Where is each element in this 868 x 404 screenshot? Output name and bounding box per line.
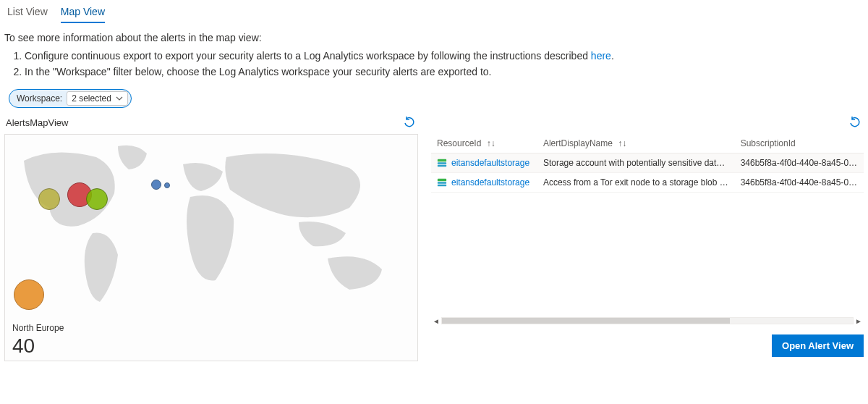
cell-alert-name: Access from a Tor exit node to a storage… <box>537 173 735 193</box>
workspace-filter[interactable]: Workspace: 2 selected <box>9 89 132 108</box>
map-card: North Europe 40 <box>4 134 418 361</box>
cell-subscription: 346b5f8a-4f0d-440e-8a45-0c0b5 <box>735 173 864 193</box>
th-alertdisplayname-label: AlertDisplayName <box>543 138 613 148</box>
view-tabs: List View Map View <box>4 3 864 23</box>
scroll-thumb[interactable] <box>442 318 730 324</box>
map-bubble-orange[interactable] <box>14 279 44 310</box>
instructions-step-1-text: Configure continuous export to export yo… <box>25 50 591 62</box>
instructions-list: Configure continuous export to export yo… <box>4 49 864 79</box>
svg-rect-3 <box>438 179 446 182</box>
workspace-filter-label: Workspace: <box>17 93 62 104</box>
storage-icon <box>437 177 447 188</box>
resource-link[interactable]: eitansdefaultstorage <box>451 158 529 168</box>
th-resourceid[interactable]: ResourceId ↑↓ <box>431 134 537 153</box>
resource-link[interactable]: eitansdefaultstorage <box>451 177 529 188</box>
workspace-filter-selection[interactable]: 2 selected <box>67 91 128 106</box>
table-undo-icon[interactable] <box>849 117 861 128</box>
world-map-svg <box>9 139 412 314</box>
instructions-step-1: Configure continuous export to export yo… <box>25 49 864 64</box>
region-stat: North Europe 40 <box>12 323 64 358</box>
instructions-intro: To see more information about the alerts… <box>4 32 864 43</box>
undo-icon[interactable] <box>404 117 415 128</box>
tab-map-view[interactable]: Map View <box>61 3 105 23</box>
scroll-right-icon[interactable]: ► <box>854 317 864 325</box>
svg-rect-0 <box>438 159 446 162</box>
table-row[interactable]: eitansdefaultstorage Access from a Tor e… <box>431 173 864 193</box>
svg-rect-5 <box>438 185 446 187</box>
table-row[interactable]: eitansdefaultstorage Storage account wit… <box>431 153 864 173</box>
map-panel: AlertsMapView <box>4 115 418 361</box>
open-alert-view-button[interactable]: Open Alert View <box>772 334 864 357</box>
alerts-table: ResourceId ↑↓ AlertDisplayName ↑↓ Subscr… <box>431 134 864 193</box>
svg-rect-2 <box>438 165 446 167</box>
cell-alert-name: Storage account with potentially sensiti… <box>537 153 735 173</box>
world-map[interactable] <box>9 139 412 314</box>
sort-icon: ↑↓ <box>487 138 495 148</box>
scroll-left-icon[interactable]: ◄ <box>431 317 441 325</box>
instructions-step-2: In the "Workspace" filter below, choose … <box>25 65 864 80</box>
cell-subscription: 346b5f8a-4f0d-440e-8a45-0c0b5 <box>735 153 864 173</box>
scroll-track[interactable] <box>441 317 854 324</box>
th-subscriptionid-label: SubscriptionId <box>741 138 796 148</box>
horizontal-scrollbar[interactable]: ◄ ► <box>431 316 864 326</box>
th-alertdisplayname[interactable]: AlertDisplayName ↑↓ <box>537 134 735 153</box>
region-count: 40 <box>12 334 64 358</box>
map-title: AlertsMapView <box>6 117 68 128</box>
svg-rect-4 <box>438 182 446 184</box>
svg-rect-1 <box>438 162 446 164</box>
map-bubble-green[interactable] <box>86 188 108 210</box>
workspace-filter-value: 2 selected <box>72 93 111 104</box>
filter-bar: Workspace: 2 selected <box>9 89 864 108</box>
instructions-here-link[interactable]: here <box>591 50 611 62</box>
storage-icon <box>437 158 447 168</box>
region-name: North Europe <box>12 323 64 333</box>
map-bubble-olive[interactable] <box>38 188 60 210</box>
alerts-table-panel: ResourceId ↑↓ AlertDisplayName ↑↓ Subscr… <box>431 115 864 357</box>
instructions-block: To see more information about the alerts… <box>4 32 864 79</box>
th-subscriptionid[interactable]: SubscriptionId <box>735 134 864 153</box>
tab-list-view[interactable]: List View <box>7 3 48 23</box>
chevron-down-icon <box>116 95 123 102</box>
sort-icon: ↑↓ <box>618 138 626 148</box>
th-resourceid-label: ResourceId <box>437 138 481 148</box>
